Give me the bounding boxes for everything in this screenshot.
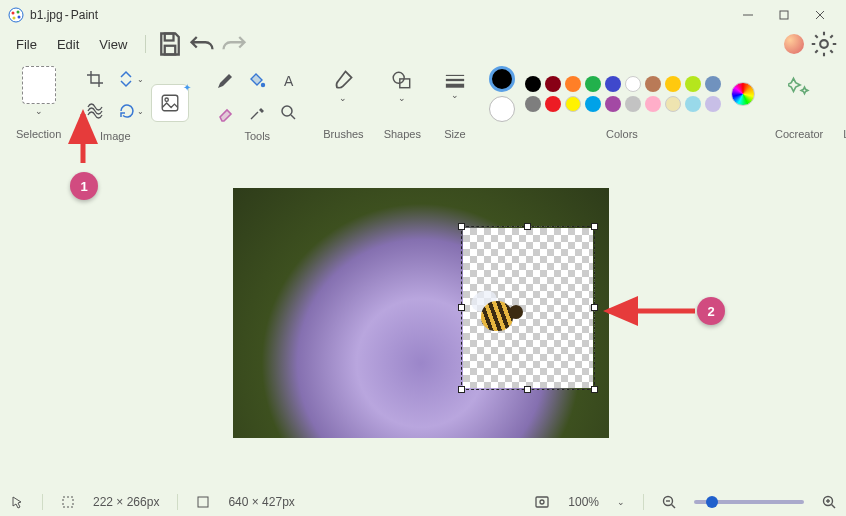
selection-dropdown[interactable]: ⌄ — [35, 106, 43, 116]
color-swatch[interactable] — [665, 76, 681, 92]
selection-size: 222 × 266px — [93, 495, 159, 509]
crop-icon[interactable] — [81, 65, 109, 93]
selection-tool[interactable] — [22, 66, 56, 104]
color-swatch[interactable] — [705, 96, 721, 112]
title-app: Paint — [71, 8, 98, 22]
svg-point-1 — [12, 12, 15, 15]
handle-n[interactable] — [524, 223, 531, 230]
canvas-size-icon — [196, 495, 210, 509]
handle-e[interactable] — [591, 304, 598, 311]
zoom-dropdown[interactable]: ⌄ — [617, 497, 625, 507]
annotation-arrow-2 — [600, 296, 700, 326]
svg-rect-6 — [780, 11, 788, 19]
minimize-button[interactable] — [730, 1, 766, 29]
settings-icon[interactable] — [810, 31, 838, 57]
zoom-slider[interactable] — [694, 500, 804, 504]
shapes-button[interactable]: ⌄ — [388, 66, 416, 106]
menubar: File Edit View — [0, 30, 846, 58]
redo-icon[interactable] — [220, 31, 248, 57]
zoom-value: 100% — [568, 495, 599, 509]
group-tools: A Tools — [201, 62, 313, 144]
color-swatch[interactable] — [685, 76, 701, 92]
svg-point-13 — [165, 98, 168, 101]
maximize-button[interactable] — [766, 1, 802, 29]
color-swatch[interactable] — [605, 76, 621, 92]
zoom-slider-knob[interactable] — [706, 496, 718, 508]
cocreator-button[interactable] — [785, 66, 813, 106]
handle-se[interactable] — [591, 386, 598, 393]
svg-line-34 — [832, 505, 836, 509]
size-button[interactable]: ⌄ — [441, 66, 469, 106]
color-palette — [525, 76, 721, 112]
menu-view[interactable]: View — [91, 34, 135, 55]
text-icon[interactable]: A — [275, 67, 303, 95]
selection-rectangle[interactable] — [461, 226, 595, 390]
color-swatch[interactable] — [605, 96, 621, 112]
svg-rect-25 — [198, 497, 208, 507]
handle-nw[interactable] — [458, 223, 465, 230]
color-swatch[interactable] — [665, 96, 681, 112]
group-shapes: ⌄ Shapes — [374, 62, 431, 144]
save-icon[interactable] — [156, 31, 184, 57]
color-swatch[interactable] — [705, 76, 721, 92]
svg-rect-26 — [536, 497, 548, 507]
remove-background-icon[interactable] — [151, 84, 189, 122]
undo-icon[interactable] — [188, 31, 216, 57]
color-swatch[interactable] — [685, 96, 701, 112]
title-filename: b1.jpg — [30, 8, 63, 22]
svg-point-2 — [17, 11, 20, 14]
svg-point-4 — [13, 17, 16, 20]
fit-screen-icon[interactable] — [534, 494, 550, 510]
brushes-button[interactable]: ⌄ — [329, 66, 357, 106]
svg-rect-9 — [165, 34, 174, 41]
canvas[interactable] — [233, 188, 609, 438]
color-swatch[interactable] — [565, 76, 581, 92]
edit-colors-icon[interactable] — [731, 82, 755, 106]
annotation-arrow-1 — [68, 108, 98, 168]
canvas-size: 640 × 427px — [228, 495, 294, 509]
fill-icon[interactable] — [243, 67, 271, 95]
color-picker-icon[interactable] — [243, 99, 271, 127]
color-swatch[interactable] — [525, 76, 541, 92]
handle-s[interactable] — [524, 386, 531, 393]
ribbon: ⌄ Selection ⌄ ⌄ Image A Tools ⌄ Brushes — [0, 58, 846, 148]
color-swatch[interactable] — [625, 96, 641, 112]
pencil-icon[interactable] — [211, 67, 239, 95]
menu-file[interactable]: File — [8, 34, 45, 55]
svg-point-17 — [393, 72, 404, 83]
group-size: ⌄ Size — [431, 62, 479, 144]
svg-point-16 — [282, 106, 292, 116]
color-swatch[interactable] — [545, 96, 561, 112]
statusbar: 222 × 266px 640 × 427px 100% ⌄ — [0, 488, 846, 516]
svg-rect-24 — [63, 497, 73, 507]
resize-icon[interactable]: ⌄ — [113, 65, 149, 93]
color-1[interactable] — [489, 66, 515, 92]
color-swatch[interactable] — [545, 76, 561, 92]
eraser-icon[interactable] — [211, 99, 239, 127]
group-layers: Layers — [833, 62, 846, 144]
magnifier-icon[interactable] — [275, 99, 303, 127]
color-swatch[interactable] — [585, 96, 601, 112]
zoom-out-icon[interactable] — [662, 495, 676, 509]
color-swatch[interactable] — [625, 76, 641, 92]
color-swatch[interactable] — [565, 96, 581, 112]
svg-point-11 — [820, 40, 828, 48]
group-selection: ⌄ Selection — [6, 62, 71, 144]
color-swatch[interactable] — [585, 76, 601, 92]
color-swatch[interactable] — [645, 76, 661, 92]
zoom-in-icon[interactable] — [822, 495, 836, 509]
color-2[interactable] — [489, 96, 515, 122]
handle-sw[interactable] — [458, 386, 465, 393]
color-swatch[interactable] — [525, 96, 541, 112]
handle-w[interactable] — [458, 304, 465, 311]
svg-line-30 — [672, 505, 676, 509]
group-cocreator: Cocreator — [765, 62, 833, 144]
menu-edit[interactable]: Edit — [49, 34, 87, 55]
svg-rect-10 — [165, 46, 176, 55]
color-swatch[interactable] — [645, 96, 661, 112]
user-avatar[interactable] — [784, 34, 804, 54]
handle-ne[interactable] — [591, 223, 598, 230]
close-button[interactable] — [802, 1, 838, 29]
svg-point-0 — [9, 8, 23, 22]
rotate-icon[interactable]: ⌄ — [113, 97, 149, 125]
